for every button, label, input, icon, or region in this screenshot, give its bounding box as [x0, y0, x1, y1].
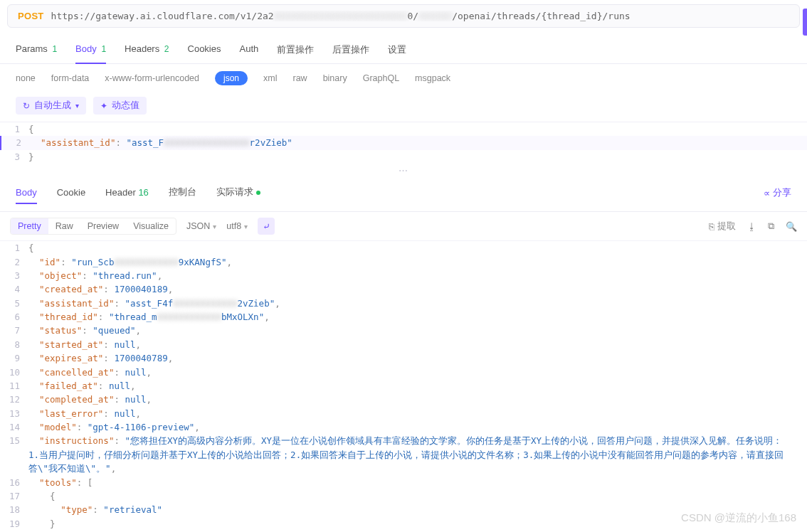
share-icon: ∝: [764, 188, 770, 198]
share-button[interactable]: ∝分享: [764, 187, 791, 199]
line-number: 18: [0, 503, 28, 516]
pane-resize-handle[interactable]: ⋯: [0, 164, 807, 177]
wand-icon: ✦: [100, 101, 107, 111]
line-number: 11: [0, 379, 28, 393]
copy-button[interactable]: ⧉: [768, 220, 774, 232]
body-type-xwww[interactable]: x-www-form-urlencoded: [105, 73, 199, 83]
line-number: 2: [0, 255, 28, 269]
code-line[interactable]: 4"created_at": 1700040189,: [0, 282, 807, 296]
tab-headers[interactable]: Headers 2: [125, 38, 169, 63]
tab-cookies[interactable]: Cookies: [188, 38, 221, 63]
body-type-raw[interactable]: raw: [292, 73, 307, 83]
line-number: 4: [0, 282, 28, 296]
line-number: 1: [0, 122, 28, 136]
resp-tab-actual-request[interactable]: 实际请求: [216, 181, 260, 204]
wrap-toggle[interactable]: ⤶: [258, 218, 275, 235]
save-response-button[interactable]: ⭳: [747, 221, 756, 232]
format-select[interactable]: JSON▾: [186, 221, 216, 231]
line-number: 7: [0, 324, 28, 337]
code-line[interactable]: 9"expires_at": 1700040789,: [0, 351, 807, 365]
code-line[interactable]: 1{: [0, 122, 807, 136]
dynamic-value-button[interactable]: ✦ 动态值: [93, 97, 147, 115]
code-line[interactable]: 11"failed_at": null,: [0, 379, 807, 393]
encoding-select[interactable]: utf8▾: [226, 221, 248, 231]
code-line[interactable]: 1{: [0, 241, 807, 255]
line-number: 15: [0, 434, 28, 475]
request-url-bar[interactable]: POST https://gateway.ai.cloudflare.com/v…: [7, 4, 800, 28]
line-number: 12: [0, 393, 28, 406]
body-type-msgpack[interactable]: msgpack: [415, 73, 450, 83]
chevron-down-icon: ▾: [75, 102, 79, 110]
code-line[interactable]: 2"assistant_id": "asst_FXXXXXXXXXXXXXXXX…: [0, 136, 807, 149]
search-icon: 🔍: [786, 221, 797, 232]
code-line[interactable]: 15"instructions": "您将担任XY的高级内容分析师。XY是一位在…: [0, 434, 807, 475]
code-line[interactable]: 8"started_at": null,: [0, 338, 807, 351]
code-line[interactable]: 13"last_error": null,: [0, 407, 807, 420]
status-dot-icon: [256, 191, 260, 195]
code-line[interactable]: 3}: [0, 150, 807, 164]
code-line[interactable]: 10"cancelled_at": null,: [0, 366, 807, 379]
tab-post-operation[interactable]: 后置操作: [332, 38, 369, 63]
code-line[interactable]: 3"object": "thread.run",: [0, 269, 807, 282]
body-type-graphql[interactable]: GraphQL: [363, 73, 399, 83]
code-line[interactable]: 5"assistant_id": "asst_F4fXXXXXXXXXXXX2v…: [0, 297, 807, 310]
line-number: 6: [0, 310, 28, 324]
chevron-down-icon: ▾: [244, 223, 248, 230]
tab-settings[interactable]: 设置: [388, 38, 406, 63]
body-type-xml[interactable]: xml: [263, 73, 277, 83]
view-preview[interactable]: Preview: [80, 218, 126, 234]
request-url[interactable]: https://gateway.ai.cloudflare.com/v1/2a2…: [51, 11, 789, 21]
code-line[interactable]: 6"thread_id": "thread_mXXXXXXXXXXXXbMxOL…: [0, 310, 807, 324]
resp-tab-header[interactable]: Header 16: [105, 183, 149, 203]
extract-button[interactable]: ⎘提取: [709, 220, 736, 233]
body-type-selector: none form-data x-www-form-urlencoded jso…: [0, 64, 807, 92]
body-type-none[interactable]: none: [16, 73, 36, 83]
line-number: 5: [0, 297, 28, 310]
tab-auth[interactable]: Auth: [239, 38, 258, 63]
view-mode-segment: Pretty Raw Preview Visualize: [10, 218, 176, 235]
response-body-viewer[interactable]: 1{2"id": "run_ScbXXXXXXXXXXXX9xKANgfS",3…: [0, 241, 807, 532]
line-number: 1: [0, 241, 28, 255]
code-line[interactable]: 2"id": "run_ScbXXXXXXXXXXXX9xKANgfS",: [0, 255, 807, 269]
body-type-form-data[interactable]: form-data: [51, 73, 90, 83]
line-number: 14: [0, 420, 28, 434]
response-toolbar: Pretty Raw Preview Visualize JSON▾ utf8▾…: [0, 212, 807, 241]
code-line[interactable]: 16"tools": [: [0, 476, 807, 489]
code-line[interactable]: 12"completed_at": null,: [0, 393, 807, 406]
download-icon: ⭳: [747, 221, 756, 232]
search-button[interactable]: 🔍: [786, 221, 797, 232]
line-number: 9: [0, 351, 28, 365]
auto-generate-button[interactable]: ↻ 自动生成 ▾: [16, 97, 86, 115]
request-tabs: Params 1 Body 1 Headers 2 Cookies Auth 前…: [0, 38, 807, 64]
extract-icon: ⎘: [709, 221, 714, 232]
tab-body[interactable]: Body 1: [75, 38, 106, 63]
body-type-binary[interactable]: binary: [323, 73, 347, 83]
chevron-down-icon: ▾: [213, 223, 216, 230]
code-line[interactable]: 7"status": "queued",: [0, 324, 807, 337]
line-number: 2: [1, 136, 30, 149]
send-button-edge[interactable]: [803, 9, 807, 36]
response-tabs: Body Cookie Header 16 控制台 实际请求 ∝分享: [0, 177, 807, 212]
resp-tab-console[interactable]: 控制台: [169, 181, 196, 204]
code-line[interactable]: 14"model": "gpt-4-1106-preview",: [0, 420, 807, 434]
body-type-json[interactable]: json: [215, 71, 248, 85]
resp-tab-cookie[interactable]: Cookie: [57, 183, 85, 203]
tab-params[interactable]: Params 1: [16, 38, 57, 63]
tab-pre-operation[interactable]: 前置操作: [277, 38, 314, 63]
request-body-editor[interactable]: 1{2"assistant_id": "asst_FXXXXXXXXXXXXXX…: [0, 122, 807, 164]
view-visualize[interactable]: Visualize: [126, 218, 176, 234]
resp-tab-body[interactable]: Body: [16, 183, 37, 203]
code-line[interactable]: 19}: [0, 517, 807, 531]
code-line[interactable]: 17{: [0, 489, 807, 503]
view-raw[interactable]: Raw: [48, 218, 80, 234]
code-line[interactable]: 18"type": "retrieval": [0, 503, 807, 516]
line-number: 3: [0, 150, 28, 164]
line-number: 10: [0, 366, 28, 379]
line-number: 19: [0, 517, 28, 531]
copy-icon: ⧉: [768, 220, 774, 232]
body-toolbar: ↻ 自动生成 ▾ ✦ 动态值: [0, 92, 807, 122]
line-number: 8: [0, 338, 28, 351]
line-number: 16: [0, 476, 28, 489]
view-pretty[interactable]: Pretty: [11, 218, 48, 234]
line-number: 17: [0, 489, 28, 503]
